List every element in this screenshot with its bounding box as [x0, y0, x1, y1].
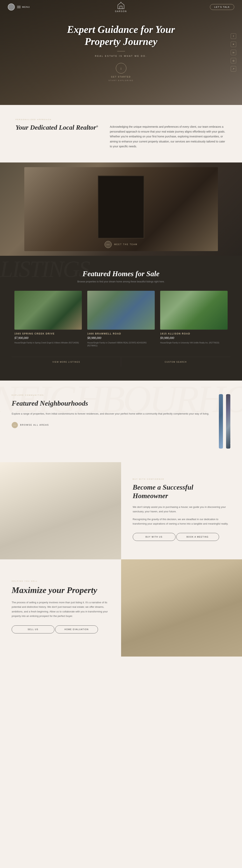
listing-desc-1: House/Single Family in Spring Creek Enge… — [14, 341, 82, 344]
browse-all-areas-button[interactable]: — BROWSE ALL AREAS — [12, 422, 209, 428]
custom-search-button[interactable]: CUSTOM SEARCH — [121, 357, 230, 367]
nav-left: MENU — [8, 3, 30, 10]
hero-section: MENU GARSON LET'S TALK Expert Guidance f… — [0, 0, 242, 105]
nbhd-right: FraserValley CoalHarbour — [219, 394, 230, 448]
about-tag: PERSONALIZED APPROACH — [16, 119, 98, 121]
hero-content: Expert Guidance for Your Property Journe… — [63, 24, 179, 82]
browse-label: BROWSE ALL AREAS — [20, 424, 49, 426]
sell-tag: HELPING YOU SELL — [12, 580, 110, 582]
about-left: PERSONALIZED APPROACH Your Dedicated Loc… — [16, 119, 98, 131]
menu-button[interactable]: MENU — [17, 6, 30, 8]
book-meeting-button[interactable]: BOOK A MEETING — [176, 533, 219, 541]
featured-content: LISTINGS Featured Homes for Sale Browse … — [0, 256, 242, 380]
listings-grid: 1565 SPRING CREEK DRIVE $7,900,000 House… — [12, 291, 230, 353]
sell-title: Maximize your Property — [12, 585, 110, 595]
hero-subtitle: REAL ESTATE IS WHAT WE DO. — [63, 55, 179, 57]
sell-image — [121, 559, 242, 656]
neighbourhood-label-2: CoalHarbour — [230, 434, 230, 445]
featured-subtitle: Browse properties to find your dream hom… — [12, 280, 230, 283]
sell-text: The process of selling a property involv… — [12, 600, 110, 618]
featured-header: Featured Homes for Sale Browse propertie… — [12, 269, 230, 283]
facebook-icon[interactable]: f — [231, 33, 236, 39]
instagram-icon[interactable]: ◎ — [231, 58, 236, 63]
sell-us-button[interactable]: SELL US — [12, 625, 54, 633]
listing-image-3[interactable] — [160, 291, 228, 330]
get-started-button[interactable]: ↓ — [116, 63, 126, 73]
hamburger-icon — [17, 6, 21, 8]
property-image-section: — MEET THE TEAM — [0, 162, 242, 256]
neighbourhood-card-2[interactable]: CoalHarbour — [226, 394, 230, 448]
buy-tag: BUY WITH CONFIDENCE — [133, 478, 231, 480]
nbhd-left: EXPLORE COMMUNITIES Featured Neighbourho… — [12, 394, 209, 428]
buy-text-1: We don't simply assist you in purchasing… — [133, 505, 231, 514]
neighbourhoods-section: EXPLORE COMMUNITIES Featured Neighbourho… — [0, 380, 242, 462]
sell-interior — [121, 559, 242, 656]
buy-image — [0, 462, 121, 559]
buy-interior — [0, 462, 121, 559]
about-title: Your Dedicated Local Realtor® — [16, 124, 98, 131]
navigation: MENU GARSON LET'S TALK — [0, 0, 242, 14]
start-exploring-label: START EXPLORING — [63, 80, 179, 82]
listing-card-2: 1466 BRAMWELL ROAD $8,988,000 House/Sing… — [85, 291, 157, 353]
about-section: PERSONALIZED APPROACH Your Dedicated Loc… — [0, 105, 242, 162]
meet-team-section: — MEET THE TEAM — [104, 241, 138, 248]
nav-logo: GARSON — [115, 2, 127, 12]
hero-title: Expert Guidance for Your Property Journe… — [63, 24, 179, 48]
property-door — [98, 176, 144, 239]
meet-team-button[interactable]: — — [104, 241, 112, 248]
listing-desc-2: House/Single Family in Chartwell VIBRAI … — [87, 341, 155, 347]
get-started-label: GET STARTED — [63, 76, 179, 78]
listing-price-2: $8,988,000 — [87, 336, 155, 340]
home-evaluation-button[interactable]: HOME EVALUATION — [55, 625, 98, 633]
about-text: Acknowledging the unique requirements an… — [110, 124, 226, 149]
listing-image-2[interactable] — [87, 291, 155, 330]
browse-circle-icon: — — [12, 422, 18, 428]
featured-section: LISTINGS Featured Homes for Sale Browse … — [0, 256, 242, 380]
buy-text-2: Recognizing the gravity of this decision… — [133, 517, 231, 526]
listing-address-2: 1466 BRAMWELL ROAD — [87, 332, 155, 335]
featured-title: Featured Homes for Sale — [12, 269, 230, 278]
avatar[interactable] — [8, 3, 15, 10]
buy-content: BUY WITH CONFIDENCE Become a Successful … — [121, 462, 242, 559]
property-interior — [24, 167, 218, 251]
neighbourhoods-wrapper: NEIGHBOURHOODS EXPLORE COMMUNITIES Featu… — [0, 380, 242, 462]
neighbourhood-label-1: FraserValley — [223, 434, 223, 445]
listing-price-1: $7,900,000 — [14, 336, 82, 340]
listing-address-1: 1565 SPRING CREEK DRIVE — [14, 332, 82, 335]
sell-section: HELPING YOU SELL Maximize your Property … — [0, 559, 242, 656]
listing-card-1: 1565 SPRING CREEK DRIVE $7,900,000 House… — [12, 291, 85, 353]
social-icons: f ✕ in ◎ ↗ — [231, 33, 236, 71]
lets-talk-button[interactable]: LET'S TALK — [210, 4, 234, 10]
logo-icon — [117, 2, 125, 9]
sell-content: HELPING YOU SELL Maximize your Property … — [0, 559, 121, 656]
meet-team-label: MEET THE TEAM — [114, 243, 138, 246]
listing-desc-3: House/Single Family in University VW Uni… — [160, 341, 228, 344]
logo-text: GARSON — [115, 10, 127, 12]
nbhd-tag: EXPLORE COMMUNITIES — [12, 394, 209, 396]
listing-address-3: 1815 ALLISON ROAD — [160, 332, 228, 335]
view-more-button[interactable]: VIEW MORE LISTINGS — [12, 357, 121, 367]
menu-label: MENU — [22, 6, 30, 8]
listing-price-3: $9,988,000 — [160, 336, 228, 340]
nbhd-title: Featured Neighbourhoods — [12, 399, 209, 408]
buy-title: Become a Successful Homeowner — [133, 483, 231, 500]
buy-section: BUY WITH CONFIDENCE Become a Successful … — [0, 462, 242, 559]
linkedin-icon[interactable]: in — [231, 50, 236, 55]
about-right: Acknowledging the unique requirements an… — [110, 119, 226, 149]
twitter-icon[interactable]: ↗ — [231, 66, 236, 71]
listings-actions: VIEW MORE LISTINGS CUSTOM SEARCH — [12, 357, 230, 367]
x-icon[interactable]: ✕ — [231, 41, 236, 47]
nbhd-text: Explore a range of properties, from init… — [12, 411, 209, 416]
neighbourhood-card-1[interactable]: FraserValley — [219, 394, 223, 448]
listing-image-1[interactable] — [14, 291, 82, 330]
buy-with-us-button[interactable]: BUY WITH US — [133, 533, 176, 541]
listing-card-3: 1815 ALLISON ROAD $9,988,000 House/Singl… — [157, 291, 230, 353]
